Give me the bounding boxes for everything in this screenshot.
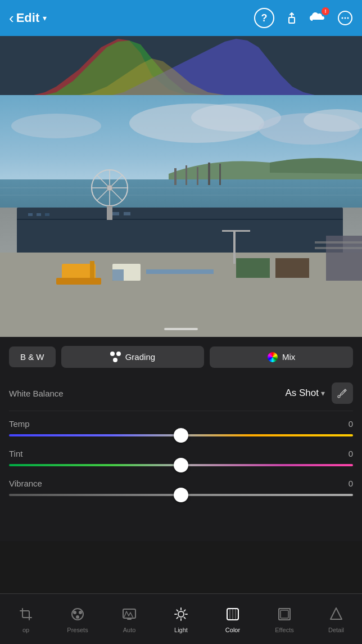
eyedropper-button[interactable]: [332, 382, 353, 404]
white-balance-label: White Balance: [9, 389, 64, 398]
nav-label-light: Light: [174, 627, 188, 633]
grading-icon: [110, 352, 121, 362]
detail-icon: [330, 605, 342, 623]
white-balance-value: As Shot: [285, 388, 319, 399]
svg-rect-47: [315, 247, 362, 249]
photo-scene: [0, 95, 362, 337]
svg-point-2: [342, 17, 343, 19]
svg-rect-15: [185, 165, 187, 185]
temp-slider-row: Temp 0: [9, 411, 353, 441]
effects-icon: [277, 605, 292, 623]
svg-rect-46: [315, 241, 362, 244]
vibrance-slider-thumb[interactable]: [174, 488, 188, 502]
help-button[interactable]: ?: [254, 8, 274, 28]
tool-buttons-row: B & W Grading Mix: [0, 337, 362, 375]
vibrance-slider-row: Vibrance 0: [9, 471, 353, 541]
svg-rect-16: [197, 167, 198, 185]
share-icon: [284, 11, 299, 25]
grading-button[interactable]: Grading: [61, 346, 205, 368]
svg-rect-26: [124, 212, 130, 215]
svg-point-52: [76, 615, 79, 619]
nav-item-auto[interactable]: Auto: [103, 594, 155, 644]
mix-icon: [268, 352, 278, 362]
mix-button[interactable]: Mix: [210, 346, 353, 368]
svg-rect-21: [17, 219, 343, 220]
color-icon: [225, 605, 240, 623]
svg-point-48: [338, 395, 340, 398]
more-icon: [337, 10, 353, 26]
white-balance-dropdown[interactable]: As Shot ▾: [285, 388, 325, 399]
nav-label-presets: Presets: [67, 627, 88, 633]
vibrance-slider-track[interactable]: [9, 494, 353, 496]
white-balance-row: White Balance As Shot ▾: [9, 375, 353, 411]
nav-label-effects: Effects: [275, 627, 293, 633]
svg-rect-41: [275, 258, 309, 278]
help-icon: ?: [261, 12, 268, 24]
svg-rect-24: [45, 213, 49, 216]
svg-rect-23: [37, 213, 41, 216]
header-icons: ? !: [254, 8, 353, 28]
histogram-svg: [0, 36, 362, 95]
svg-line-62: [177, 617, 178, 618]
svg-point-32: [107, 185, 112, 191]
temp-slider-header: Temp 0: [9, 419, 353, 429]
header-left: ‹ Edit ▾: [9, 10, 47, 27]
tint-slider-track[interactable]: [9, 464, 353, 466]
svg-line-59: [177, 610, 178, 611]
more-button[interactable]: [337, 10, 353, 26]
auto-icon: [122, 605, 137, 623]
svg-rect-17: [208, 163, 210, 185]
white-balance-chevron: ▾: [321, 389, 325, 398]
svg-point-50: [73, 611, 76, 614]
svg-line-61: [184, 610, 185, 611]
tint-slider-header: Tint 0: [9, 449, 353, 458]
svg-rect-36: [56, 278, 101, 285]
bottom-nav: op Presets Auto: [0, 593, 362, 644]
svg-point-3: [345, 17, 346, 19]
nav-item-light[interactable]: Light: [155, 594, 207, 644]
svg-rect-18: [219, 164, 221, 185]
nav-item-presets[interactable]: Presets: [52, 594, 103, 644]
eyedropper-icon: [337, 388, 347, 398]
share-button[interactable]: [284, 11, 299, 25]
nav-label-auto: Auto: [123, 627, 136, 633]
svg-rect-69: [280, 610, 288, 618]
tint-slider-thumb[interactable]: [174, 458, 188, 472]
edit-dropdown-arrow[interactable]: ▾: [43, 13, 47, 22]
svg-rect-37: [90, 261, 94, 278]
svg-rect-39: [112, 269, 124, 281]
scroll-indicator: [164, 328, 198, 330]
nav-item-detail[interactable]: Detail: [310, 594, 362, 644]
tint-label: Tint: [9, 449, 22, 458]
header-title: Edit: [16, 11, 40, 25]
nav-item-effects[interactable]: Effects: [259, 594, 310, 644]
svg-marker-70: [331, 608, 342, 619]
nav-label-color: Color: [225, 627, 240, 633]
vibrance-slider-header: Vibrance 0: [9, 479, 353, 488]
controls-panel: B & W Grading Mix White Balance: [0, 337, 362, 541]
histogram: [0, 36, 362, 95]
nav-label-crop: op: [22, 627, 29, 633]
temp-label: Temp: [9, 419, 30, 429]
svg-rect-33: [107, 206, 112, 220]
nav-item-color[interactable]: Color: [207, 594, 259, 644]
tint-slider-row: Tint 0: [9, 441, 353, 471]
temp-slider-track[interactable]: [9, 434, 353, 436]
svg-rect-43: [233, 230, 236, 264]
light-icon: [174, 605, 188, 623]
cloud-sync-button[interactable]: !: [309, 10, 327, 26]
bw-button[interactable]: B & W: [9, 346, 56, 367]
temp-slider-thumb[interactable]: [174, 428, 188, 443]
back-button[interactable]: ‹: [9, 10, 14, 27]
svg-rect-40: [236, 258, 270, 278]
grading-label: Grading: [125, 352, 155, 362]
vibrance-label: Vibrance: [9, 479, 42, 488]
svg-rect-42: [146, 269, 214, 274]
svg-rect-0: [289, 17, 295, 23]
sliders-section: White Balance As Shot ▾ Temp 0: [0, 375, 362, 541]
header: ‹ Edit ▾ ? !: [0, 0, 362, 36]
nav-item-crop[interactable]: op: [0, 594, 52, 644]
temp-value: 0: [349, 419, 353, 429]
mix-label: Mix: [282, 352, 295, 362]
cloud-badge: !: [322, 7, 329, 15]
